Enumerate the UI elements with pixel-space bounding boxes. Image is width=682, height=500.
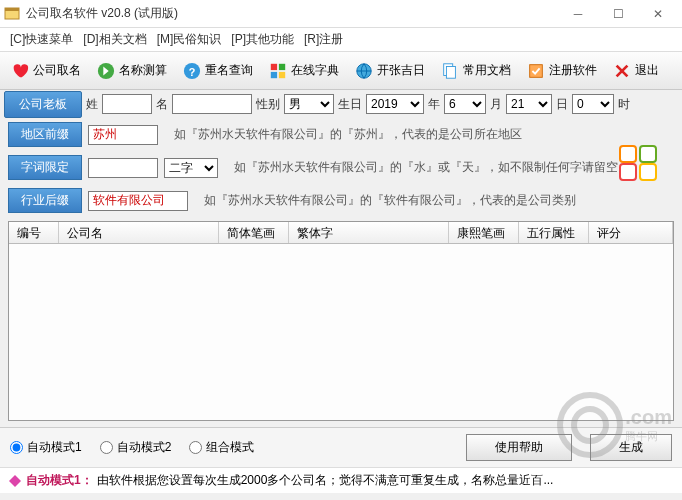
menu-docs[interactable]: [D]相关文档 [79,29,150,50]
svg-rect-6 [279,63,285,69]
region-prefix-button[interactable]: 地区前缀 [8,122,82,147]
menu-register[interactable]: [R]注册 [300,29,347,50]
copy-icon [441,62,459,80]
given-label: 名 [156,96,168,113]
heart-icon [11,62,29,80]
birth-label: 生日 [338,96,362,113]
svg-rect-14 [640,146,656,162]
menu-other[interactable]: [P]其他功能 [227,29,298,50]
hour-select[interactable]: 0 [572,94,614,114]
hour-unit: 时 [618,96,630,113]
window-title: 公司取名软件 v20.8 (试用版) [26,5,558,22]
menu-folk[interactable]: [M]民俗知识 [153,29,226,50]
svg-rect-15 [620,164,636,180]
surname-label: 姓 [86,96,98,113]
svg-rect-16 [640,164,656,180]
mode-combo[interactable]: 组合模式 [189,439,254,456]
mode-auto2[interactable]: 自动模式2 [100,439,172,456]
menu-quick[interactable]: [C]快速菜单 [6,29,77,50]
register-icon [527,62,545,80]
tool-register[interactable]: 注册软件 [520,57,604,85]
minimize-button[interactable]: ─ [558,0,598,28]
year-select[interactable]: 2019 [366,94,424,114]
month-select[interactable]: 6 [444,94,486,114]
mode-auto1[interactable]: 自动模式1 [10,439,82,456]
col-index[interactable]: 编号 [9,222,59,243]
globe-icon [355,62,373,80]
office-icon [614,140,662,184]
industry-input[interactable] [88,191,188,211]
industry-suffix-button[interactable]: 行业后缀 [8,188,82,213]
word-hint: 如『苏州水天软件有限公司』的『水』或『天』，如不限制任何字请留空 [234,159,618,176]
year-unit: 年 [428,96,440,113]
svg-text:?: ? [189,65,196,77]
tool-online-dict[interactable]: 在线字典 [262,57,346,85]
flag-icon [269,62,287,80]
word-input[interactable] [88,158,158,178]
table-body[interactable] [9,244,673,420]
diamond-icon [8,474,22,488]
tool-exit[interactable]: 退出 [606,57,666,85]
question-icon: ? [183,62,201,80]
tool-company-naming[interactable]: 公司取名 [4,57,88,85]
tool-common-docs[interactable]: 常用文档 [434,57,518,85]
svg-rect-13 [620,146,636,162]
svg-rect-7 [271,71,277,77]
tool-duplicate-check[interactable]: ?重名查询 [176,57,260,85]
status-text: 由软件根据您设置每次生成2000多个公司名；觉得不满意可重复生成，名称总量近百.… [97,472,554,489]
maximize-button[interactable]: ☐ [598,0,638,28]
close-icon [613,62,631,80]
region-input[interactable] [88,125,158,145]
given-input[interactable] [172,94,252,114]
col-wuxing[interactable]: 五行属性 [519,222,589,243]
help-button[interactable]: 使用帮助 [466,434,572,461]
col-score[interactable]: 评分 [589,222,673,243]
svg-rect-5 [271,63,277,69]
svg-rect-12 [530,64,543,77]
app-icon [4,6,20,22]
col-traditional[interactable]: 繁体字 [289,222,449,243]
results-table: 编号 公司名 简体笔画 繁体字 康熙笔画 五行属性 评分 [8,221,674,421]
industry-hint: 如『苏州水天软件有限公司』的『软件有限公司』，代表的是公司类别 [204,192,576,209]
day-select[interactable]: 21 [506,94,552,114]
col-simplified-strokes[interactable]: 简体笔画 [219,222,289,243]
svg-rect-8 [279,71,285,77]
generate-button[interactable]: 生成 [590,434,672,461]
tool-lucky-day[interactable]: 开张吉日 [348,57,432,85]
day-unit: 日 [556,96,568,113]
word-limit-button[interactable]: 字词限定 [8,155,82,180]
region-hint: 如『苏州水天软件有限公司』的『苏州』，代表的是公司所在地区 [174,126,522,143]
status-mode-label: 自动模式1： [26,472,93,489]
svg-rect-11 [446,66,455,78]
tab-company-owner[interactable]: 公司老板 [4,91,82,118]
arrow-right-icon [97,62,115,80]
gender-select[interactable]: 男 [284,94,334,114]
col-company-name[interactable]: 公司名 [59,222,219,243]
surname-input[interactable] [102,94,152,114]
month-unit: 月 [490,96,502,113]
svg-rect-1 [5,8,19,11]
col-kangxi-strokes[interactable]: 康熙笔画 [449,222,519,243]
tool-name-test[interactable]: 名称测算 [90,57,174,85]
gender-label: 性别 [256,96,280,113]
word-count-select[interactable]: 二字 [164,158,218,178]
close-button[interactable]: ✕ [638,0,678,28]
